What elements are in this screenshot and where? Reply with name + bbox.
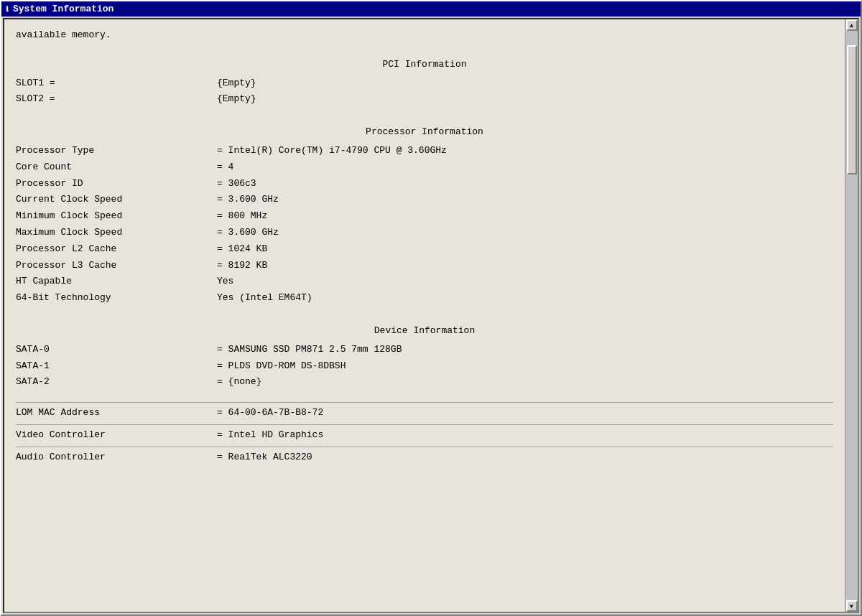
pci-section-header: PCI Information <box>16 57 833 73</box>
content-area: available memory. PCI Information SLOT1 … <box>3 18 859 613</box>
list-item: HT Capable Yes <box>16 274 833 290</box>
audio-controller-label: Audio Controller <box>16 450 217 465</box>
l2-cache-value: = 1024 KB <box>217 242 833 257</box>
sata1-value: = PLDS DVD-ROM DS-8DBSH <box>217 359 833 374</box>
scroll-track[interactable] <box>846 31 858 600</box>
current-clock-value: = 3.600 GHz <box>217 192 833 207</box>
list-item: Processor L3 Cache = 8192 KB <box>16 258 833 274</box>
l2-cache-label: Processor L2 Cache <box>16 242 217 257</box>
divider <box>16 108 833 116</box>
scroll-up-button[interactable]: ▲ <box>846 19 858 31</box>
slot2-label: SLOT2 = <box>16 92 217 107</box>
lom-mac-value: = 64-00-6A-7B-B8-72 <box>217 406 833 421</box>
scroll-content: available memory. PCI Information SLOT1 … <box>4 19 845 612</box>
list-item: Audio Controller = RealTek ALC3220 <box>16 447 833 466</box>
min-clock-label: Minimum Clock Speed <box>16 209 217 224</box>
core-count-label: Core Count <box>16 160 217 175</box>
ht-capable-label: HT Capable <box>16 274 217 289</box>
list-item: Processor ID = 306c3 <box>16 176 833 192</box>
title-bar-icon: ℹ <box>6 5 9 14</box>
processor-id-label: Processor ID <box>16 177 217 192</box>
slot1-value: {Empty} <box>217 76 833 91</box>
list-item: SATA-2 = {none} <box>16 374 833 391</box>
intro-text: available memory. <box>16 25 833 49</box>
device-section-header: Device Information <box>16 324 833 339</box>
sata0-value: = SAMSUNG SSD PM871 2.5 7mm 128GB <box>217 342 833 358</box>
scroll-thumb[interactable] <box>847 45 857 174</box>
scroll-down-button[interactable]: ▼ <box>846 600 858 612</box>
bit64-label: 64-Bit Technology <box>16 291 217 306</box>
list-item: Video Controller = Intel HD Graphics <box>16 424 833 444</box>
processor-rows: Processor Type = Intel(R) Core(TM) i7-47… <box>16 143 833 307</box>
list-item: SLOT1 = {Empty} <box>16 75 833 92</box>
lom-mac-label: LOM MAC Address <box>16 406 217 421</box>
system-information-window: ℹ System Information available memory. P… <box>0 0 862 616</box>
device-rows: SATA-0 = SAMSUNG SSD PM871 2.5 7mm 128GB… <box>16 342 833 391</box>
sata2-value: = {none} <box>217 375 833 390</box>
l3-cache-label: Processor L3 Cache <box>16 258 217 274</box>
video-controller-label: Video Controller <box>16 428 217 443</box>
processor-type-value: = Intel(R) Core(TM) i7-4790 CPU @ 3.60GH… <box>217 144 833 159</box>
list-item: Processor Type = Intel(R) Core(TM) i7-47… <box>16 143 833 159</box>
processor-id-value: = 306c3 <box>217 177 833 192</box>
core-count-value: = 4 <box>217 160 833 175</box>
slot2-value: {Empty} <box>217 92 833 107</box>
scrollbar: ▲ ▼ <box>845 19 858 612</box>
pci-rows: SLOT1 = {Empty} SLOT2 = {Empty} <box>16 75 833 108</box>
audio-rows: Audio Controller = RealTek ALC3220 <box>16 447 833 466</box>
divider <box>16 391 833 399</box>
list-item: Current Clock Speed = 3.600 GHz <box>16 192 833 208</box>
divider <box>16 307 833 315</box>
l3-cache-value: = 8192 KB <box>217 258 833 274</box>
max-clock-label: Maximum Clock Speed <box>16 225 217 241</box>
list-item: SATA-0 = SAMSUNG SSD PM871 2.5 7mm 128GB <box>16 342 833 358</box>
list-item: LOM MAC Address = 64-00-6A-7B-B8-72 <box>16 402 833 421</box>
slot1-label: SLOT1 = <box>16 76 217 91</box>
min-clock-value: = 800 MHz <box>217 209 833 224</box>
sata0-label: SATA-0 <box>16 342 217 358</box>
ht-capable-value: Yes <box>217 274 833 289</box>
list-item: Maximum Clock Speed = 3.600 GHz <box>16 225 833 241</box>
list-item: Minimum Clock Speed = 800 MHz <box>16 208 833 225</box>
list-item: SATA-1 = PLDS DVD-ROM DS-8DBSH <box>16 358 833 375</box>
audio-controller-value: = RealTek ALC3220 <box>217 450 833 465</box>
sata2-label: SATA-2 <box>16 375 217 390</box>
list-item: 64-Bit Technology Yes (Intel EM64T) <box>16 290 833 307</box>
title-bar: ℹ System Information <box>1 1 861 17</box>
sata1-label: SATA-1 <box>16 359 217 374</box>
video-rows: Video Controller = Intel HD Graphics <box>16 424 833 444</box>
bit64-value: Yes (Intel EM64T) <box>217 291 833 306</box>
current-clock-label: Current Clock Speed <box>16 192 217 207</box>
processor-type-label: Processor Type <box>16 144 217 159</box>
list-item: Processor L2 Cache = 1024 KB <box>16 241 833 258</box>
window-title: System Information <box>13 4 113 14</box>
network-rows: LOM MAC Address = 64-00-6A-7B-B8-72 <box>16 402 833 421</box>
processor-section-header: Processor Information <box>16 125 833 140</box>
list-item: SLOT2 = {Empty} <box>16 91 833 108</box>
max-clock-value: = 3.600 GHz <box>217 225 833 241</box>
list-item: Core Count = 4 <box>16 159 833 176</box>
video-controller-value: = Intel HD Graphics <box>217 428 833 443</box>
